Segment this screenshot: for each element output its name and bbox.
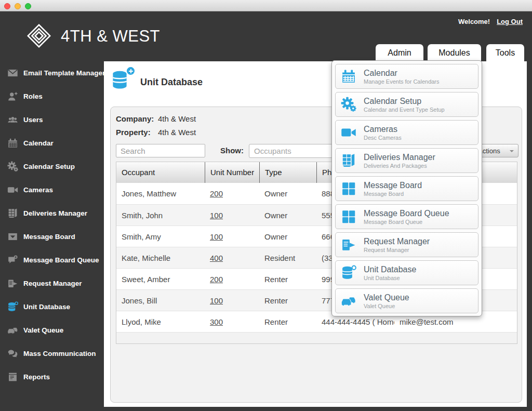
cell-occupant: Sweet, Amber: [116, 269, 205, 289]
gears-icon: [7, 161, 18, 172]
calendar-icon: [7, 138, 18, 149]
sidebar-item-label: Reports: [23, 373, 50, 381]
modules-dropdown-menu: Calendar Manage Events for Calendars Cal…: [331, 60, 482, 316]
report-icon: [7, 372, 18, 382]
menu-item-message-board-queue[interactable]: Message Board Queue Message Board Queue: [335, 204, 478, 229]
menu-item-subtitle: Desc Cameras: [364, 135, 402, 141]
unit-number-link[interactable]: 100: [210, 296, 223, 305]
menu-item-calendar[interactable]: Calendar Manage Events for Calendars: [335, 64, 478, 89]
menu-item-subtitle: Valet Queue: [364, 303, 409, 309]
sidebar-item-message-board[interactable]: Message Board: [0, 225, 104, 248]
welcome-text: Welcome!: [458, 18, 490, 25]
chat-plus-icon: [7, 255, 18, 266]
menu-item-subtitle: Calendar and Event Type Setup: [364, 107, 445, 113]
menu-item-message-board[interactable]: Message Board Message Board: [335, 176, 478, 201]
clipboard-arrow-icon: [7, 278, 18, 289]
sidebar-item-label: Calendar Setup: [23, 163, 75, 170]
header-cell-unit-number: Unit Number: [205, 162, 259, 183]
tab-modules[interactable]: Modules: [428, 44, 481, 61]
cell-type: Renter: [259, 311, 316, 332]
unit-number-link[interactable]: 200: [210, 275, 223, 284]
unit-number-link[interactable]: 100: [210, 211, 223, 220]
menu-item-subtitle: Request Manager: [364, 247, 430, 253]
database-icon: [341, 265, 356, 281]
cell-type: Renter: [259, 290, 316, 311]
menu-item-subtitle: Manage Events for Calendars: [364, 78, 440, 85]
sidebar-item-calendar-setup[interactable]: Calendar Setup: [0, 155, 104, 178]
menu-item-title: Calendar: [364, 69, 440, 78]
menu-item-subtitle: Deliveries And Packages: [364, 163, 435, 169]
menu-item-subtitle: Message Board: [364, 191, 422, 197]
minimize-window-button[interactable]: [15, 3, 21, 9]
menu-item-title: Request Manager: [364, 237, 430, 246]
user-greeting: Welcome! Log Out: [458, 18, 523, 25]
unit-number-link[interactable]: 200: [210, 189, 223, 198]
sidebar-item-label: Message Board Queue: [23, 256, 99, 264]
menu-item-cameras[interactable]: Cameras Desc Cameras: [335, 120, 478, 145]
users-icon: [7, 114, 18, 125]
clipboard-arrow-icon: [341, 237, 356, 253]
header-cell-occupant: Occupant: [116, 162, 205, 183]
sidebar-item-deliveries-manager[interactable]: Deliveries Manager: [0, 202, 104, 225]
tab-tools[interactable]: Tools: [486, 44, 524, 61]
sidebar-item-label: Calendar: [23, 139, 54, 147]
plus-badge-icon: [126, 66, 136, 76]
menu-item-valet-queue[interactable]: Valet Queue Valet Queue: [335, 288, 478, 313]
sidebar-item-unit-database[interactable]: Unit Database: [0, 295, 104, 319]
menu-item-subtitle: Unit Database: [364, 275, 416, 281]
menu-item-unit-database[interactable]: Unit Database Unit Database: [335, 260, 478, 285]
sidebar-item-email-template-manager[interactable]: Email Template Manager: [0, 61, 104, 85]
sidebar-item-users[interactable]: Users: [0, 108, 104, 131]
fullscreen-window-button[interactable]: [25, 3, 31, 9]
menu-item-title: Deliveries Manager: [364, 153, 435, 162]
cell-occupant: Kate, Michelle: [116, 247, 205, 268]
sidebar-item-label: Roles: [23, 92, 43, 100]
unit-number-link[interactable]: 300: [210, 317, 223, 326]
cell-type: Renter: [259, 269, 316, 289]
cell-type: Resident: [259, 247, 316, 268]
menu-item-deliveries-manager[interactable]: Deliveries Manager Deliveries And Packag…: [335, 148, 478, 173]
search-input[interactable]: [116, 144, 205, 157]
unit-number-link[interactable]: 100: [210, 232, 223, 241]
logout-link[interactable]: Log Out: [497, 18, 523, 25]
menu-item-title: Calendar Setup: [364, 97, 445, 106]
cars-icon: [341, 293, 356, 309]
packages-icon: [7, 208, 18, 219]
inbox-icon: [7, 231, 18, 242]
video-camera-icon: [7, 184, 18, 195]
macos-titlebar: [0, 0, 532, 11]
sidebar-item-cameras[interactable]: Cameras: [0, 178, 104, 202]
grid-icon: [341, 209, 356, 224]
sidebar-item-mass-communication[interactable]: Mass Communication: [0, 342, 104, 365]
cell-occupant: Llyod, Mike: [116, 311, 205, 332]
chat-bubbles-icon: [7, 348, 18, 359]
unit-number-link[interactable]: 400: [210, 254, 223, 262]
menu-item-title: Valet Queue: [364, 293, 409, 302]
sidebar-item-request-manager[interactable]: Request Manager: [0, 272, 104, 295]
sidebar-item-label: Valet Queue: [23, 326, 63, 334]
brand-logo-icon: [27, 24, 51, 48]
sidebar-item-label: Users: [23, 116, 43, 124]
calendar-icon: [341, 69, 356, 84]
menu-item-title: Message Board: [364, 181, 422, 190]
sidebar-item-label: Deliveries Manager: [23, 209, 87, 217]
sidebar-item-calendar[interactable]: Calendar: [0, 131, 104, 155]
sidebar: Email Template Manager Roles Users Calen…: [0, 61, 104, 389]
packages-icon: [341, 153, 356, 168]
close-window-button[interactable]: [4, 3, 10, 9]
cell-type: Owner: [259, 205, 316, 226]
sidebar-item-message-board-queue[interactable]: Message Board Queue: [0, 248, 104, 272]
tab-admin[interactable]: Admin: [376, 44, 423, 61]
menu-item-calendar-setup[interactable]: Calendar Setup Calendar and Event Type S…: [335, 92, 478, 117]
menu-item-request-manager[interactable]: Request Manager Request Manager: [335, 232, 478, 257]
sidebar-item-label: Mass Communication: [23, 350, 96, 357]
show-select[interactable]: Occupants: [249, 144, 333, 158]
sidebar-item-roles[interactable]: Roles: [0, 85, 104, 108]
cell-type: Owner: [259, 226, 316, 247]
person-plus-icon: [7, 91, 18, 102]
sidebar-item-valet-queue[interactable]: Valet Queue: [0, 319, 104, 342]
cars-icon: [7, 325, 18, 336]
sidebar-item-label: Message Board: [23, 233, 75, 241]
menu-item-subtitle: Message Board Queue: [364, 219, 449, 225]
sidebar-item-reports[interactable]: Reports: [0, 365, 104, 389]
